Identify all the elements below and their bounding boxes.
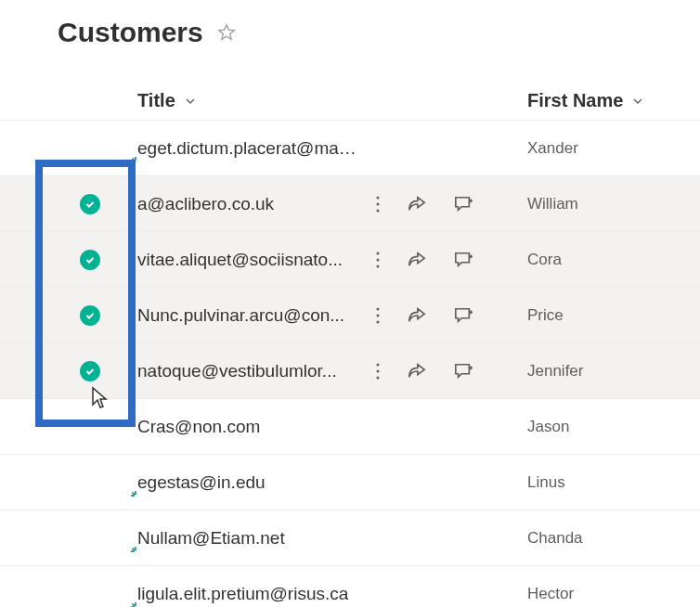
row-select-cell bbox=[0, 250, 137, 270]
table-row[interactable]: Nullam@Etiam.netChanda bbox=[0, 510, 700, 566]
svg-line-29 bbox=[133, 548, 136, 550]
table-row[interactable]: a@aclibero.co.ukWilliam bbox=[0, 176, 700, 232]
table-row[interactable]: ligula.elit.pretium@risus.caHector bbox=[0, 566, 700, 607]
svg-point-5 bbox=[377, 202, 380, 205]
svg-point-6 bbox=[377, 209, 380, 212]
table-row[interactable]: egestas@in.eduLinus bbox=[0, 455, 700, 510]
svg-point-10 bbox=[377, 258, 380, 261]
row-title-cell: a@aclibero.co.uk bbox=[137, 194, 366, 214]
row-actions bbox=[366, 195, 527, 213]
share-icon[interactable] bbox=[407, 362, 427, 381]
share-icon[interactable] bbox=[407, 306, 427, 325]
row-title-text[interactable]: ligula.elit.pretium@risus.ca bbox=[137, 584, 348, 604]
row-title-text[interactable]: Nullam@Etiam.net bbox=[137, 528, 285, 549]
svg-point-4 bbox=[377, 196, 380, 199]
row-firstname-text: Chanda bbox=[527, 529, 583, 548]
chevron-down-icon bbox=[183, 94, 198, 109]
table-row[interactable]: vitae.aliquet@sociisnato...Cora bbox=[0, 232, 700, 288]
checkmark-circle-icon[interactable] bbox=[80, 250, 100, 270]
row-actions bbox=[366, 251, 527, 269]
row-firstname-text: Jennifer bbox=[527, 362, 583, 381]
row-title-cell: vitae.aliquet@sociisnato... bbox=[137, 250, 366, 270]
checkmark-circle-icon[interactable] bbox=[80, 305, 100, 326]
column-header-firstname[interactable]: First Name bbox=[527, 90, 645, 111]
more-vertical-icon[interactable] bbox=[375, 251, 381, 269]
table-row[interactable]: Cras@non.comJason bbox=[0, 399, 700, 455]
row-title-text[interactable]: vitae.aliquet@sociisnato... bbox=[137, 250, 343, 270]
comment-add-icon[interactable] bbox=[453, 306, 473, 325]
row-firstname-text: Cora bbox=[527, 251, 562, 269]
list-rows: eget.dictum.placerat@mattis.caXandera@ac… bbox=[0, 121, 700, 607]
svg-point-9 bbox=[377, 252, 380, 254]
row-title-text[interactable]: a@aclibero.co.uk bbox=[137, 194, 274, 214]
checkmark-circle-icon[interactable] bbox=[80, 361, 100, 381]
comment-add-icon[interactable] bbox=[453, 195, 473, 213]
row-title-cell: ligula.elit.pretium@risus.ca bbox=[137, 584, 366, 604]
row-select-cell bbox=[0, 305, 137, 326]
comment-add-icon[interactable] bbox=[453, 251, 473, 269]
svg-point-21 bbox=[377, 376, 380, 379]
share-icon[interactable] bbox=[407, 251, 427, 269]
page-title: Customers bbox=[58, 17, 203, 48]
row-title-cell: natoque@vestibulumlor... bbox=[137, 361, 366, 381]
more-vertical-icon[interactable] bbox=[375, 306, 381, 325]
page-header: Customers bbox=[0, 0, 700, 48]
column-headers: Title First Name bbox=[0, 82, 700, 121]
favorite-star-icon[interactable] bbox=[216, 22, 237, 43]
row-title-text[interactable]: eget.dictum.placerat@mattis.ca bbox=[137, 138, 356, 159]
svg-point-15 bbox=[377, 314, 380, 316]
comment-add-icon[interactable] bbox=[453, 362, 473, 381]
new-item-indicator-icon bbox=[130, 490, 141, 501]
svg-point-14 bbox=[377, 307, 380, 310]
svg-point-20 bbox=[377, 369, 380, 372]
row-firstname-text: Xander bbox=[527, 139, 578, 158]
svg-point-19 bbox=[377, 363, 380, 366]
row-title-text[interactable]: natoque@vestibulumlor... bbox=[137, 361, 337, 381]
row-firstname-text: William bbox=[527, 195, 578, 213]
checkmark-circle-icon[interactable] bbox=[80, 194, 100, 214]
new-item-indicator-icon bbox=[130, 546, 141, 557]
column-header-title[interactable]: Title bbox=[137, 90, 527, 111]
row-firstname-text: Jason bbox=[527, 418, 569, 436]
row-select-cell bbox=[0, 194, 137, 214]
svg-point-11 bbox=[377, 265, 380, 267]
row-title-text[interactable]: Cras@non.com bbox=[137, 417, 260, 437]
new-item-indicator-icon bbox=[130, 601, 141, 608]
row-firstname-text: Price bbox=[527, 306, 564, 325]
svg-marker-0 bbox=[218, 25, 234, 40]
more-vertical-icon[interactable] bbox=[375, 362, 381, 381]
svg-line-3 bbox=[133, 158, 136, 161]
row-firstname-text: Hector bbox=[527, 585, 574, 603]
svg-line-32 bbox=[133, 603, 136, 606]
row-firstname-text: Linus bbox=[527, 473, 565, 492]
more-vertical-icon[interactable] bbox=[375, 195, 381, 213]
svg-point-16 bbox=[377, 320, 380, 323]
table-row[interactable]: eget.dictum.placerat@mattis.caXander bbox=[0, 121, 700, 176]
row-actions bbox=[366, 306, 527, 325]
table-row[interactable]: natoque@vestibulumlor...Jennifer bbox=[0, 343, 700, 399]
column-header-firstname-label: First Name bbox=[527, 90, 623, 111]
row-title-cell: Cras@non.com bbox=[137, 417, 366, 437]
row-title-cell: egestas@in.edu bbox=[137, 472, 366, 493]
column-header-title-label: Title bbox=[137, 90, 175, 111]
row-actions bbox=[366, 362, 527, 381]
row-title-cell: Nullam@Etiam.net bbox=[137, 528, 366, 549]
chevron-down-icon bbox=[630, 94, 645, 109]
share-icon[interactable] bbox=[407, 195, 427, 213]
table-row[interactable]: Nunc.pulvinar.arcu@con...Price bbox=[0, 288, 700, 343]
row-title-cell: Nunc.pulvinar.arcu@con... bbox=[137, 305, 366, 326]
new-item-indicator-icon bbox=[130, 156, 141, 167]
row-title-cell: eget.dictum.placerat@mattis.ca bbox=[137, 138, 366, 159]
row-title-text[interactable]: Nunc.pulvinar.arcu@con... bbox=[137, 305, 344, 326]
row-title-text[interactable]: egestas@in.edu bbox=[137, 472, 266, 493]
row-select-cell bbox=[0, 361, 137, 381]
svg-line-26 bbox=[133, 492, 136, 495]
